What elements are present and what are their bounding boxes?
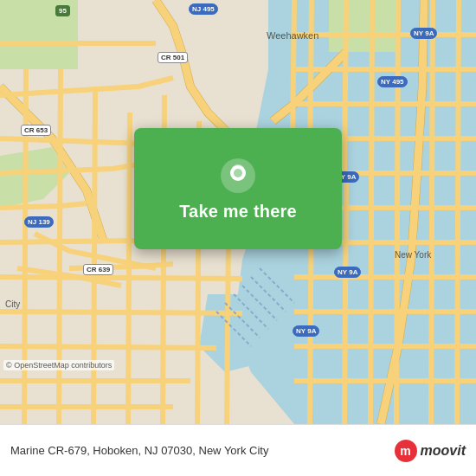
- location-text: Marine CR-679, Hoboken, NJ 07030, New Yo…: [10, 444, 395, 457]
- take-me-there-button[interactable]: Take me there: [179, 202, 297, 222]
- take-me-there-card[interactable]: Take me there: [134, 128, 342, 249]
- shield-ny9a-4: NY 9A: [293, 325, 319, 337]
- shield-ny9a-1: NY 9A: [410, 28, 437, 39]
- moovit-logo: m moovit: [395, 440, 466, 462]
- shield-ny9a-3: NY 9A: [334, 267, 361, 278]
- shield-95: 95: [55, 5, 70, 16]
- shield-nj139: NJ 139: [24, 216, 54, 228]
- shield-cr501: CR 501: [158, 52, 188, 63]
- shield-cr653: CR 653: [21, 125, 51, 136]
- svg-text:Weehawken: Weehawken: [267, 30, 318, 41]
- svg-text:City: City: [5, 299, 20, 309]
- location-pin-icon: [219, 157, 257, 195]
- shield-ny495: NY 495: [377, 76, 408, 87]
- moovit-icon: m: [395, 440, 417, 462]
- svg-rect-4: [329, 0, 398, 52]
- shield-nj495: NJ 495: [189, 3, 218, 15]
- svg-text:New York: New York: [395, 250, 432, 260]
- attribution-text: © OpenStreetMap contributors: [3, 360, 114, 370]
- map-container: Weehawken New York City © OpenStreetMap …: [0, 0, 476, 424]
- shield-cr639: CR 639: [83, 264, 113, 275]
- moovit-wordmark: moovit: [421, 443, 466, 459]
- bottom-bar: Marine CR-679, Hoboken, NJ 07030, New Yo…: [0, 424, 476, 476]
